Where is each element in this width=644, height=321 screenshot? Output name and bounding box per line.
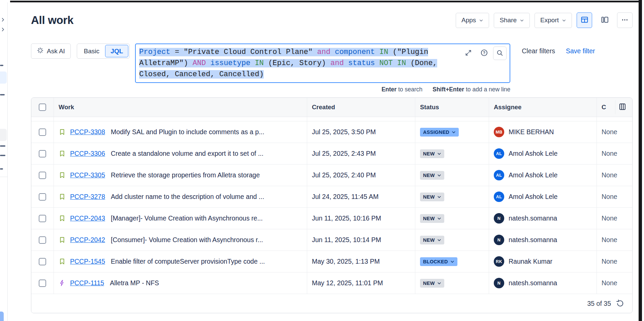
assignee-cell[interactable]: RK Raunak Kumar [489, 251, 597, 272]
issue-key-link[interactable]: PCCP-3308 [70, 128, 105, 136]
issue-summary[interactable]: Retrieve the storage properties from All… [111, 171, 260, 179]
avatar: RK [494, 256, 504, 267]
syntax-help-button[interactable]: ? [477, 47, 491, 60]
issue-key-link[interactable]: PCCP-1115 [70, 279, 104, 287]
status-dropdown[interactable]: NEW [420, 236, 444, 244]
ask-ai-button[interactable]: Ask AI [31, 43, 71, 59]
story-icon [59, 258, 66, 265]
select-all-checkbox[interactable] [39, 104, 46, 111]
jql-query-text: Project = "Private Cloud Control Plane" … [139, 47, 465, 80]
row-checkbox[interactable] [39, 236, 46, 244]
row-checkbox[interactable] [39, 215, 46, 222]
assignee-cell[interactable]: AL Amol Ashok Lele [489, 143, 597, 164]
column-header-created[interactable]: Created [307, 98, 415, 117]
status-dropdown[interactable]: NEW [420, 149, 444, 158]
issue-key-link[interactable]: PCCP-3306 [70, 150, 105, 157]
jql-toolbar: ? [461, 47, 507, 60]
table-header: Work Created Status Assignee C [31, 98, 632, 117]
issue-key-link[interactable]: PCCP-1545 [70, 258, 105, 265]
work-cell: PCCP-3306 Create a standalone volume and… [54, 143, 307, 164]
category-cell: None [597, 121, 632, 143]
issue-key-link[interactable]: PCCP-3305 [70, 171, 105, 179]
column-header-status[interactable]: Status [415, 98, 489, 117]
save-filter-button[interactable]: Save filter [566, 47, 595, 55]
work-cell: PCCP-2043 [Manager]- Volume Creation wit… [54, 208, 307, 229]
issue-summary[interactable]: [Consumer]- Volume Creation with Asynchr… [111, 236, 263, 244]
table-row[interactable]: PCCP-2042 [Consumer]- Volume Creation wi… [31, 229, 632, 251]
assignee-name: Raunak Kumar [509, 258, 552, 265]
refresh-button[interactable] [616, 299, 624, 308]
status-dropdown[interactable]: NEW [420, 279, 444, 288]
issue-key-link[interactable]: PCCP-2042 [70, 236, 105, 244]
issue-key-link[interactable]: PCCP-2043 [70, 214, 105, 222]
expand-editor-button[interactable] [461, 47, 475, 60]
basic-mode-button[interactable]: Basic [78, 48, 105, 55]
table-row[interactable]: PCCP-2043 [Manager]- Volume Creation wit… [31, 208, 632, 229]
issue-summary[interactable]: Enable filter of computeServer provision… [111, 258, 265, 265]
row-checkbox[interactable] [39, 172, 46, 179]
chevron-right-icon[interactable] [0, 17, 5, 24]
sidebar-fragment [0, 65, 3, 66]
status-dropdown[interactable]: ASSIGNED [420, 128, 459, 137]
status-dropdown[interactable]: NEW [420, 171, 444, 180]
row-checkbox[interactable] [39, 193, 46, 201]
chevron-down-icon [520, 18, 524, 23]
status-cell: NEW [415, 208, 489, 229]
issue-summary[interactable]: Create a standalone volume and export it… [111, 150, 263, 157]
row-checkbox[interactable] [39, 150, 46, 157]
sidebar-fragment [0, 145, 5, 147]
assignee-cell[interactable]: N natesh.somanna [489, 229, 597, 251]
assignee-cell[interactable]: MB MIKE BERHAN [489, 121, 597, 143]
table-row[interactable]: PCCP-3308 Modify SAL and Plugin to inclu… [31, 121, 632, 143]
row-checkbox[interactable] [39, 128, 46, 136]
table-row[interactable]: PCCP-1545 Enable filter of computeServer… [31, 251, 632, 272]
table-row[interactable]: PCCP-3278 Add cluster name to the descri… [31, 186, 632, 208]
table-row[interactable]: PCCP-3306 Create a standalone volume and… [31, 143, 632, 165]
detail-view-button[interactable] [597, 12, 612, 28]
chevron-right-icon[interactable] [0, 27, 5, 33]
clear-filters-button[interactable]: Clear filters [522, 47, 555, 55]
sidebar-hovered-item[interactable] [0, 129, 7, 141]
chevron-down-icon [479, 18, 483, 23]
sidebar-selected-item[interactable] [0, 71, 7, 84]
jql-mode-button[interactable]: JQL [105, 45, 128, 57]
expand-icon [465, 49, 472, 57]
assignee-name: Amol Ashok Lele [509, 171, 557, 179]
more-actions-button[interactable] [617, 12, 633, 28]
search-icon [496, 49, 504, 58]
apps-button[interactable]: Apps [456, 13, 489, 28]
story-icon [59, 215, 66, 222]
column-header-assignee[interactable]: Assignee [489, 98, 597, 117]
issue-summary[interactable]: Alletra MP - NFS [110, 279, 159, 287]
table-footer: 35 of 35 [31, 294, 632, 313]
assignee-cell[interactable]: AL Amol Ashok Lele [489, 165, 597, 186]
sidebar-fragment [0, 94, 5, 95]
status-dropdown[interactable]: NEW [420, 193, 444, 201]
status-cell: NEW [415, 272, 489, 294]
jql-input[interactable]: Project = "Private Cloud Control Plane" … [135, 43, 510, 83]
export-button[interactable]: Export [535, 13, 572, 28]
work-cell: PCCP-3305 Retrieve the storage propertie… [54, 165, 307, 186]
issue-summary[interactable]: [Manager]- Volume Creation with Asynchro… [111, 214, 263, 222]
run-search-button[interactable] [493, 47, 507, 60]
column-header-work[interactable]: Work [54, 98, 307, 117]
list-view-button[interactable] [577, 12, 592, 28]
work-items-table: Work Created Status Assignee C PCCP-3308… [31, 97, 633, 313]
issue-summary[interactable]: Modify SAL and Plugin to include comment… [111, 128, 264, 136]
assignee-cell[interactable]: N natesh.somanna [489, 208, 597, 229]
table-row[interactable]: PCCP-3305 Retrieve the storage propertie… [31, 165, 632, 186]
row-checkbox[interactable] [39, 280, 46, 287]
help-icon: ? [480, 49, 488, 58]
row-checkbox[interactable] [39, 258, 46, 265]
assignee-cell[interactable]: N natesh.somanna [489, 272, 597, 294]
assignee-cell[interactable]: AL Amol Ashok Lele [489, 186, 597, 207]
issue-summary[interactable]: Add cluster name to the description of v… [111, 193, 264, 201]
table-row[interactable]: PCCP-1115 Alletra MP - NFS May 12, 2025,… [31, 272, 632, 294]
columns-settings-button[interactable] [615, 100, 630, 115]
created-cell: Jul 25, 2025, 2:40 PM [307, 165, 415, 186]
issue-key-link[interactable]: PCCP-3278 [70, 193, 105, 201]
share-button[interactable]: Share [494, 13, 530, 28]
story-icon [59, 128, 66, 136]
status-dropdown[interactable]: BLOCKED [420, 257, 457, 266]
status-dropdown[interactable]: NEW [420, 214, 444, 223]
